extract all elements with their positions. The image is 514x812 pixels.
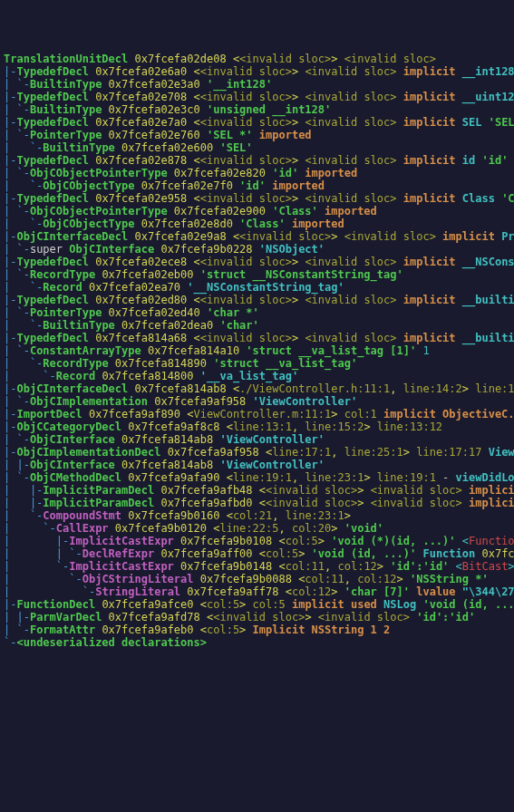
ast-line: |-TypedefDecl 0x7fcefa02ed80 <<invalid s… — [4, 294, 510, 306]
ast-line: |-TypedefDecl 0x7fcefa814a68 <<invalid s… — [4, 332, 510, 344]
ast-line: |-TypedefDecl 0x7fcefa02e708 <<invalid s… — [4, 91, 510, 103]
ast-line: | `-ObjCObjectPointerType 0x7fcefa02e820… — [4, 167, 510, 179]
ast-line: |-ObjCCategoryDecl 0x7fcefa9af8c8 <line:… — [4, 420, 510, 433]
ast-line: | `-FormatAttr 0x7fcefa9afeb0 <col:5> Im… — [4, 624, 510, 636]
ast-line: |-TypedefDecl 0x7fcefa02e6a0 <<invalid s… — [4, 65, 510, 78]
ast-line: |-TypedefDecl 0x7fcefa02ece8 <<invalid s… — [4, 256, 510, 268]
ast-line: | `-CompoundStmt 0x7fcefa9b0160 <col:21,… — [4, 509, 510, 522]
ast-line: | `-StringLiteral 0x7fcefa9aff78 <col:12… — [4, 585, 510, 598]
ast-line: | `-ObjCImplementation 0x7fcefa9af958 'V… — [4, 395, 510, 408]
ast-line: |-ImportDecl 0x7fcefa9af890 <ViewControl… — [4, 408, 510, 420]
ast-line: | |-ObjCInterface 0x7fcefa814ab8 'ViewCo… — [4, 459, 510, 471]
ast-line: | `-ObjCStringLiteral 0x7fcefa9b0088 <co… — [4, 573, 510, 585]
ast-line: | `-BuiltinType 0x7fcefa02dea0 'char' — [4, 319, 510, 332]
ast-line: | `-ObjCObjectType 0x7fcefa02e7f0 'id' i… — [4, 179, 510, 192]
ast-line: | | `-DeclRefExpr 0x7fcefa9aff00 <col:5>… — [4, 547, 510, 560]
ast-line: | `-PointerType 0x7fcefa02e760 'SEL *' i… — [4, 129, 510, 141]
ast-line: |-TypedefDecl 0x7fcefa02e958 <<invalid s… — [4, 192, 510, 205]
ast-line: TranslationUnitDecl 0x7fcefa02de08 <<inv… — [4, 53, 510, 65]
ast-line: | |-ImplicitParamDecl 0x7fcefa9afbd0 <<i… — [4, 497, 510, 509]
ast-line: `-<undeserialized declarations> — [4, 636, 510, 649]
ast-line: | `-ObjCMethodDecl 0x7fcefa9afa90 <line:… — [4, 471, 510, 484]
ast-line: | `-RecordType 0x7fcefa814890 'struct __… — [4, 357, 510, 370]
ast-line: |-ObjCImplementationDecl 0x7fcefa9af958 … — [4, 446, 510, 459]
ast-line: | |-ImplicitCastExpr 0x7fcefa9b0108 <col… — [4, 535, 510, 547]
ast-line: | `-CallExpr 0x7fcefa9b0120 <line:22:5, … — [4, 522, 510, 535]
ast-line: | `-ObjCObjectType 0x7fcefa02e8d0 'Class… — [4, 218, 510, 230]
ast-line: | `-Record 0x7fcefa814800 '__va_list_tag… — [4, 370, 510, 382]
ast-line: | `-ImplicitCastExpr 0x7fcefa9b0148 <col… — [4, 560, 510, 573]
ast-line: | `-PointerType 0x7fcefa02ed40 'char *' — [4, 306, 510, 319]
ast-line: |-TypedefDecl 0x7fcefa02e878 <<invalid s… — [4, 154, 510, 167]
ast-line: | `-super ObjCInterface 0x7fcefa9b0228 '… — [4, 243, 510, 256]
ast-line: | `-ObjCObjectPointerType 0x7fcefa02e900… — [4, 205, 510, 218]
ast-line: |-TypedefDecl 0x7fcefa02e7a0 <<invalid s… — [4, 116, 510, 129]
ast-line: | `-Record 0x7fcefa02ea70 '__NSConstantS… — [4, 281, 510, 294]
ast-line: | |-ParmVarDecl 0x7fcefa9afd78 <<invalid… — [4, 611, 510, 624]
ast-line: |-ObjCInterfaceDecl 0x7fcefa02e9a8 <<inv… — [4, 230, 510, 243]
ast-dump-output: TranslationUnitDecl 0x7fcefa02de08 <<inv… — [0, 51, 514, 651]
ast-line: | |-ImplicitParamDecl 0x7fcefa9afb48 <<i… — [4, 484, 510, 497]
ast-line: | `-BuiltinType 0x7fcefa02e3c0 'unsigned… — [4, 103, 510, 116]
ast-line: | `-RecordType 0x7fcefa02eb00 'struct __… — [4, 268, 510, 281]
ast-line: |-FunctionDecl 0x7fcefa9afce0 <col:5> co… — [4, 598, 510, 611]
ast-line: | `-ConstantArrayType 0x7fcefa814a10 'st… — [4, 344, 510, 357]
ast-line: | `-BuiltinType 0x7fcefa02e3a0 '__int128… — [4, 78, 510, 91]
ast-line: | `-ObjCInterface 0x7fcefa814ab8 'ViewCo… — [4, 433, 510, 446]
ast-line: |-ObjCInterfaceDecl 0x7fcefa814ab8 <./Vi… — [4, 382, 510, 395]
ast-line: | `-BuiltinType 0x7fcefa02e600 'SEL' — [4, 141, 510, 154]
